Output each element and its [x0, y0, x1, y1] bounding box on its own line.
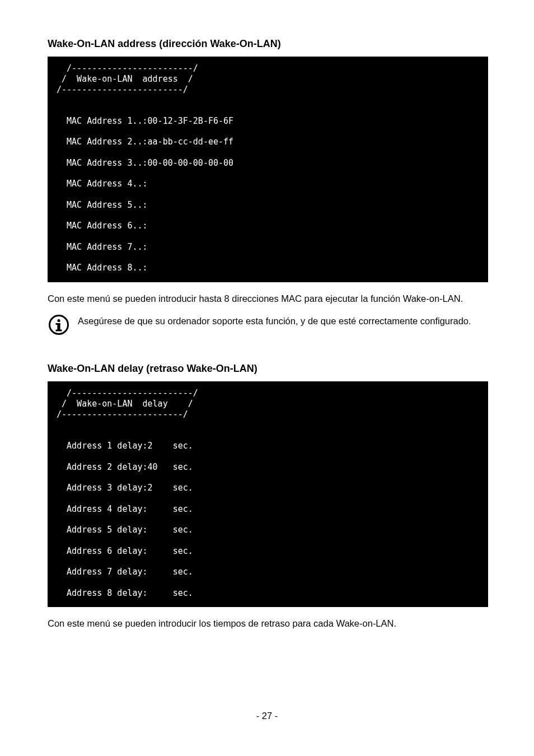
page-number: - 27 -	[0, 711, 534, 721]
info-note: Asegúrese de que su ordenador soporte es…	[48, 315, 488, 336]
svg-point-1	[57, 319, 60, 322]
info-note-text: Asegúrese de que su ordenador soporte es…	[78, 315, 471, 327]
terminal-wol-address: /------------------------/ / Wake-on-LAN…	[48, 57, 488, 282]
section-heading-wol-address: Wake-On-LAN address (dirección Wake-On-L…	[48, 38, 488, 50]
svg-rect-3	[56, 323, 60, 325]
paragraph-wol-delay: Con este menú se pueden introducir los t…	[48, 617, 488, 629]
paragraph-wol-address: Con este menú se pueden introducir hasta…	[48, 292, 488, 305]
section-heading-wol-delay: Wake-On-LAN delay (retraso Wake-On-LAN)	[48, 363, 488, 375]
info-icon	[48, 314, 70, 336]
svg-rect-4	[56, 330, 62, 332]
terminal-wol-delay: /------------------------/ / Wake-on-LAN…	[48, 381, 488, 607]
